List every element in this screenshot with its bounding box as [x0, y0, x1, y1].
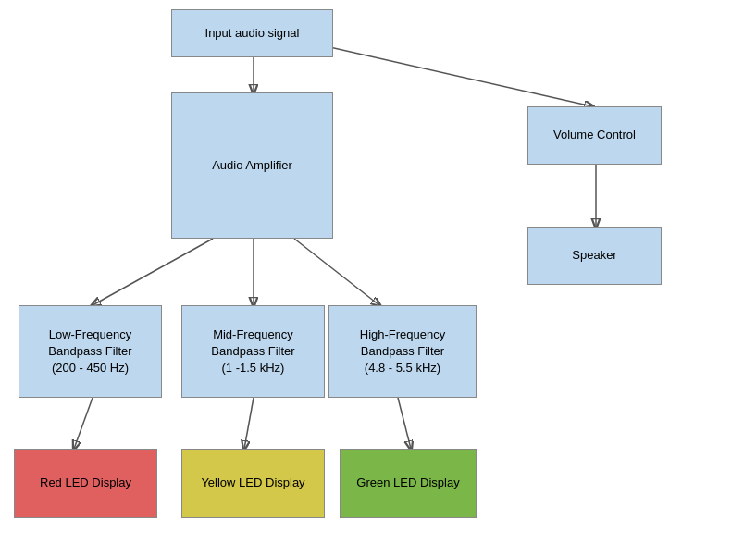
mid-frequency-filter-box: Mid-FrequencyBandpass Filter(1 -1.5 kHz): [181, 305, 325, 398]
yellow-led-display-box: Yellow LED Display: [181, 449, 325, 518]
svg-line-2: [93, 239, 213, 305]
svg-line-1: [305, 42, 592, 106]
low-frequency-filter-box: Low-FrequencyBandpass Filter(200 - 450 H…: [19, 305, 162, 398]
high-frequency-filter-label: High-FrequencyBandpass Filter(4.8 - 5.5 …: [360, 326, 446, 377]
svg-line-8: [398, 398, 411, 449]
audio-amplifier-box: Audio Amplifier: [171, 92, 333, 239]
low-frequency-filter-label: Low-FrequencyBandpass Filter(200 - 450 H…: [48, 326, 131, 377]
volume-control-label: Volume Control: [553, 127, 636, 143]
mid-frequency-filter-label: Mid-FrequencyBandpass Filter(1 -1.5 kHz): [211, 326, 294, 377]
input-audio-signal-label: Input audio signal: [205, 25, 300, 42]
input-audio-signal-box: Input audio signal: [171, 9, 333, 57]
green-led-display-box: Green LED Display: [340, 449, 477, 518]
high-frequency-filter-box: High-FrequencyBandpass Filter(4.8 - 5.5 …: [328, 305, 477, 398]
red-led-display-box: Red LED Display: [14, 449, 157, 518]
svg-line-6: [74, 398, 93, 449]
speaker-label: Speaker: [572, 247, 616, 264]
volume-control-box: Volume Control: [527, 106, 662, 165]
speaker-box: Speaker: [527, 227, 662, 285]
svg-line-4: [294, 239, 379, 305]
yellow-led-label: Yellow LED Display: [201, 474, 304, 491]
green-led-label: Green LED Display: [356, 474, 459, 491]
red-led-label: Red LED Display: [40, 474, 131, 491]
diagram: Input audio signal Audio Amplifier Volum…: [0, 0, 756, 542]
audio-amplifier-label: Audio Amplifier: [212, 157, 292, 174]
svg-line-7: [244, 398, 254, 449]
